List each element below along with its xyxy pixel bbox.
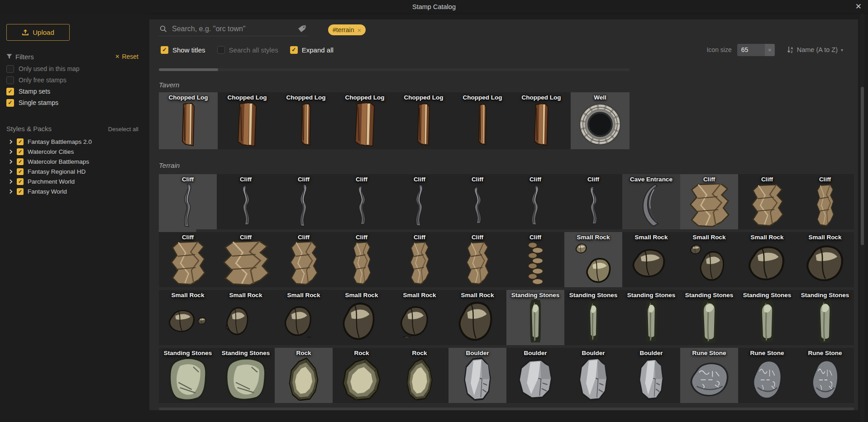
checkbox[interactable]: ✓ bbox=[17, 148, 24, 155]
deselect-all-button[interactable]: Deselect all bbox=[108, 126, 138, 133]
stamp-tile-boulder[interactable]: Boulder bbox=[622, 348, 680, 403]
stamp-tile-cliff-brown[interactable]: Cliff bbox=[391, 232, 448, 287]
stamp-tile-rune-stone[interactable]: Rune Stone bbox=[680, 348, 738, 403]
checkbox[interactable] bbox=[6, 65, 14, 73]
stamp-tile-standing-stone[interactable]: Standing Stones bbox=[506, 290, 564, 345]
chevron-right-icon[interactable] bbox=[9, 179, 13, 184]
stamp-tile-well[interactable]: Well bbox=[571, 92, 630, 149]
upload-button[interactable]: Upload bbox=[6, 24, 70, 41]
checkbox[interactable]: ✓ bbox=[161, 46, 168, 54]
pack-item-2[interactable]: ✓Watercolor Battlemaps bbox=[6, 156, 143, 166]
stamp-tile-standing-stone[interactable]: Standing Stones bbox=[738, 290, 796, 345]
checkbox[interactable]: ✓ bbox=[17, 178, 24, 185]
tavern-hscrollbar-thumb[interactable] bbox=[159, 68, 218, 71]
stamp-tile-pebble-column[interactable]: Cliff bbox=[506, 232, 564, 287]
stamp-tile-chopped-log[interactable]: Chopped Log bbox=[335, 92, 394, 149]
checkbox[interactable]: ✓ bbox=[17, 188, 24, 195]
stamp-tile-cliff-gray[interactable]: Cliff bbox=[564, 174, 622, 229]
filter-checkbox-3[interactable]: ✓Single stamps bbox=[6, 98, 58, 107]
filter-checkbox-1[interactable]: Only free stamps bbox=[6, 76, 67, 85]
stamp-tile-cliff-gray[interactable]: Cliff bbox=[448, 174, 506, 229]
stamp-tile-chopped-log[interactable]: Chopped Log bbox=[277, 92, 335, 149]
reset-filters-button[interactable]: ✕ Reset bbox=[115, 53, 138, 60]
pack-item-4[interactable]: ✓Parchment World bbox=[6, 176, 143, 186]
vertical-scrollbar-thumb[interactable] bbox=[861, 87, 864, 245]
stamp-tile-small-rock[interactable]: Small Rock bbox=[738, 232, 796, 287]
tags-icon[interactable] bbox=[297, 25, 307, 33]
toggle-expand-all[interactable]: ✓Expand all bbox=[290, 46, 334, 54]
stamp-tile-standing-stone[interactable]: Standing Stones bbox=[564, 290, 622, 345]
stamp-tile-cliff-brown[interactable]: Cliff bbox=[738, 174, 796, 229]
stamp-tile-cliff-brown[interactable]: Cliff bbox=[680, 174, 738, 229]
vertical-scrollbar[interactable] bbox=[860, 14, 864, 422]
checkbox[interactable]: ✓ bbox=[6, 99, 14, 107]
checkbox[interactable]: ✓ bbox=[6, 88, 14, 95]
search-input[interactable] bbox=[171, 24, 297, 33]
stamp-tile-standing-stone-wide[interactable]: Standing Stones bbox=[217, 348, 275, 403]
checkbox[interactable] bbox=[217, 46, 225, 54]
filter-checkbox-2[interactable]: ✓Stamp sets bbox=[6, 87, 50, 96]
stamp-tile-chopped-log[interactable]: Chopped Log bbox=[512, 92, 571, 149]
chevron-right-icon[interactable] bbox=[9, 149, 13, 154]
tag-chip-close-icon[interactable]: × bbox=[357, 27, 361, 33]
stamp-tile-chopped-log[interactable]: Chopped Log bbox=[159, 92, 218, 149]
terrain-hscrollbar[interactable] bbox=[159, 408, 854, 410]
stamp-tile-small-rock[interactable]: Small Rock bbox=[159, 290, 217, 345]
pack-item-3[interactable]: ✓Fantasy Regional HD bbox=[6, 166, 143, 176]
checkbox[interactable]: ✓ bbox=[17, 138, 24, 145]
stamp-tile-boulder[interactable]: Boulder bbox=[448, 348, 506, 403]
stamp-tile-boulder[interactable]: Boulder bbox=[506, 348, 564, 403]
stamp-tile-chopped-log[interactable]: Chopped Log bbox=[394, 92, 453, 149]
icon-size-input[interactable] bbox=[737, 44, 765, 56]
sort-dropdown[interactable]: AZ Name (A to Z) ▾ bbox=[787, 46, 843, 53]
checkbox[interactable]: ✓ bbox=[17, 158, 24, 165]
stamp-tile-cliff-gray[interactable]: Cliff bbox=[217, 174, 275, 229]
stamp-tile-cliff-brown[interactable]: Cliff bbox=[333, 232, 391, 287]
stamp-tile-cliff-gray[interactable]: Cliff bbox=[506, 174, 564, 229]
stamp-tile-cliff-gray[interactable]: Cliff bbox=[333, 174, 391, 229]
stamp-tile-cliff-brown[interactable]: Cliff bbox=[159, 232, 217, 287]
pack-item-0[interactable]: ✓Fantasy Battlemaps 2.0 bbox=[6, 137, 143, 147]
stamp-tile-small-rock[interactable]: Small Rock bbox=[622, 232, 680, 287]
checkbox[interactable] bbox=[6, 76, 14, 84]
stamp-tile-chopped-log[interactable]: Chopped Log bbox=[453, 92, 512, 149]
chevron-right-icon[interactable] bbox=[9, 169, 13, 174]
stamp-tile-standing-stone-wide[interactable]: Standing Stones bbox=[159, 348, 217, 403]
stamp-tile-cliff-brown[interactable]: Cliff bbox=[275, 232, 333, 287]
stamp-tile-cliff-gray[interactable]: Cliff bbox=[159, 174, 217, 229]
tag-chip-terrain[interactable]: #terrain × bbox=[328, 24, 366, 35]
pack-item-5[interactable]: ✓Fantasy World bbox=[6, 186, 143, 196]
stamp-tile-small-rock[interactable]: Small Rock bbox=[680, 232, 738, 287]
stamp-tile-boulder[interactable]: Boulder bbox=[564, 348, 622, 403]
filter-checkbox-0[interactable]: Only used in this map bbox=[6, 64, 80, 73]
stamp-tile-small-rock[interactable]: Small Rock bbox=[275, 290, 333, 345]
stamp-tile-small-rock[interactable]: Small Rock bbox=[333, 290, 391, 345]
stamp-tile-small-rock[interactable]: Small Rock bbox=[448, 290, 506, 345]
toggle-show-titles[interactable]: ✓Show titles bbox=[161, 46, 205, 54]
stamp-tile-cliff-brown[interactable]: Cliff bbox=[796, 174, 854, 229]
stamp-tile-cliff-brown[interactable]: Cliff bbox=[448, 232, 506, 287]
stamp-tile-standing-stone[interactable]: Standing Stones bbox=[796, 290, 854, 345]
stamp-tile-small-rock[interactable]: Small Rock bbox=[391, 290, 448, 345]
stamp-tile-cliff-gray[interactable]: Cliff bbox=[275, 174, 333, 229]
stamp-tile-chopped-log[interactable]: Chopped Log bbox=[218, 92, 277, 149]
stamp-tile-rune-stone[interactable]: Rune Stone bbox=[796, 348, 854, 403]
chevron-right-icon[interactable] bbox=[9, 189, 13, 194]
checkbox[interactable]: ✓ bbox=[290, 46, 298, 54]
icon-size-clear-icon[interactable]: × bbox=[765, 44, 775, 56]
stamp-tile-rune-stone[interactable]: Rune Stone bbox=[738, 348, 796, 403]
pack-item-1[interactable]: ✓Watercolor Cities bbox=[6, 147, 143, 156]
stamp-tile-rock-slab[interactable]: Rock bbox=[333, 348, 391, 403]
stamp-tile-cave-entrance[interactable]: Cave Entrance bbox=[622, 174, 680, 229]
stamp-tile-rock-slab[interactable]: Rock bbox=[275, 348, 333, 403]
chevron-right-icon[interactable] bbox=[9, 159, 13, 164]
stamp-tile-small-rock[interactable]: Small Rock bbox=[217, 290, 275, 345]
close-icon[interactable]: ✕ bbox=[855, 2, 862, 11]
stamp-tile-rock-slab[interactable]: Rock bbox=[391, 348, 448, 403]
stamp-tile-cliff-gray[interactable]: Cliff bbox=[391, 174, 448, 229]
toggle-search-all-styles[interactable]: Search all styles bbox=[217, 46, 278, 54]
chevron-right-icon[interactable] bbox=[9, 139, 13, 144]
stamp-tile-standing-stone[interactable]: Standing Stones bbox=[622, 290, 680, 345]
tavern-hscrollbar[interactable] bbox=[159, 68, 630, 71]
stamp-tile-standing-stone[interactable]: Standing Stones bbox=[680, 290, 738, 345]
